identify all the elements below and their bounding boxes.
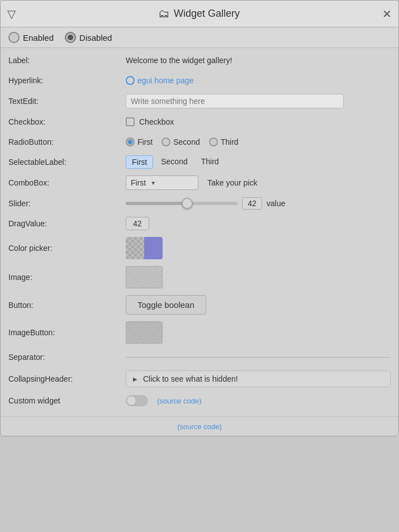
- radio-circle-second: [162, 137, 170, 146]
- selectable-group: First Second Third: [126, 155, 225, 169]
- color-picker-value: [126, 237, 391, 259]
- combobox-hint: Take your pick: [207, 178, 257, 187]
- button-key: Button:: [8, 301, 126, 310]
- separator-row: Separator:: [1, 347, 398, 367]
- custom-toggle-track[interactable]: [126, 395, 148, 406]
- separator-value: [126, 356, 391, 359]
- combobox-key: ComboBox:: [8, 178, 126, 187]
- disabled-label: Disabled: [79, 33, 112, 42]
- selectable-item-first[interactable]: First: [126, 155, 153, 169]
- radio-circle-first: [126, 137, 135, 146]
- toolbar: Enabled Disabled: [1, 27, 398, 48]
- radio-item-third[interactable]: Third: [209, 137, 239, 146]
- combobox-arrow-icon: ▼: [150, 180, 156, 186]
- textedit-value: [126, 94, 391, 108]
- custom-widget-key: Custom widget: [8, 396, 126, 405]
- image-button-row: ImageButton:: [1, 318, 398, 347]
- radiobutton-row: RadioButton: First Second Third: [1, 132, 398, 152]
- image-row: Image:: [1, 263, 398, 292]
- radio-label-second: Second: [173, 137, 200, 146]
- separator-line: [126, 357, 391, 358]
- checkbox-label: Checkbox: [139, 117, 174, 126]
- checkbox-box[interactable]: [126, 117, 135, 126]
- image-button-value: [126, 321, 391, 344]
- image-button-key: ImageButton:: [8, 328, 126, 337]
- custom-toggle-thumb: [126, 396, 136, 406]
- textedit-input[interactable]: [126, 94, 344, 108]
- drag-value-key: DragValue:: [8, 219, 126, 228]
- drag-value-box[interactable]: 42: [126, 217, 149, 230]
- label-value: Welcome to the widget gallery!: [126, 56, 391, 65]
- color-picker-swatch[interactable]: [126, 237, 163, 259]
- slider-row: Slider: 42 value: [1, 193, 398, 213]
- image-placeholder: [126, 266, 163, 288]
- slider-fill: [126, 202, 187, 205]
- combobox-row: ComboBox: First ▼ Take your pick: [1, 172, 398, 193]
- label-row: Label: Welcome to the widget gallery!: [1, 50, 398, 70]
- footer-source-link[interactable]: (source code): [177, 422, 221, 431]
- collapsing-header-label: Click to see what is hidden!: [143, 374, 238, 383]
- selectable-label-value: First Second Third: [126, 155, 391, 169]
- collapsing-header[interactable]: ▶ Click to see what is hidden!: [126, 370, 391, 387]
- checkbox-key: Checkbox:: [8, 117, 126, 126]
- color-picker-key: Color picker:: [8, 244, 126, 253]
- collapsing-header-row: CollapsingHeader: ▶ Click to see what is…: [1, 367, 398, 391]
- window-icon: 🗂: [158, 7, 169, 20]
- footer: (source code): [1, 416, 398, 436]
- button-value: Toggle boolean: [126, 295, 391, 315]
- checkbox-row: Checkbox: Checkbox: [1, 112, 398, 132]
- slider-value-box: 42: [242, 197, 262, 210]
- hyperlink-value: egui home page: [126, 76, 391, 85]
- color-swatch: [144, 237, 163, 259]
- image-key: Image:: [8, 273, 126, 282]
- slider-value: 42 value: [126, 197, 391, 210]
- menu-icon[interactable]: ▽: [7, 7, 16, 21]
- checkbox-value: Checkbox: [126, 117, 391, 126]
- separator-key: Separator:: [8, 353, 126, 362]
- radio-item-second[interactable]: Second: [162, 137, 200, 146]
- radio-dot-first: [128, 140, 132, 144]
- custom-widget-row: Custom widget (source code): [1, 391, 398, 411]
- image-button[interactable]: [126, 321, 163, 344]
- textedit-row: TextEdit:: [1, 91, 398, 112]
- radio-item-first[interactable]: First: [126, 137, 153, 146]
- button-row: Button: Toggle boolean: [1, 292, 398, 318]
- selectable-label-row: SelectableLabel: First Second Third: [1, 152, 398, 172]
- globe-icon: [126, 76, 135, 85]
- radio-circle-third: [209, 137, 218, 146]
- collapsing-header-value: ▶ Click to see what is hidden!: [126, 370, 391, 387]
- slider-track[interactable]: [126, 202, 238, 205]
- titlebar: ▽ 🗂 Widget Gallery ✕: [1, 1, 398, 27]
- slider-key: Slider:: [8, 199, 126, 208]
- window-title: Widget Gallery: [174, 8, 240, 20]
- close-button[interactable]: ✕: [382, 7, 392, 21]
- image-noise: [126, 267, 162, 288]
- collapsing-arrow-icon: ▶: [133, 376, 137, 382]
- main-window: ▽ 🗂 Widget Gallery ✕ Enabled Disabled La…: [0, 0, 399, 436]
- slider-thumb[interactable]: [182, 198, 193, 209]
- textedit-key: TextEdit:: [8, 97, 126, 106]
- radiobutton-key: RadioButton:: [8, 137, 126, 146]
- selectable-item-third[interactable]: Third: [196, 155, 225, 169]
- content-area: Label: Welcome to the widget gallery! Hy…: [1, 48, 398, 416]
- toggle-button[interactable]: Toggle boolean: [126, 295, 206, 315]
- hyperlink-row: Hyperlink: egui home page: [1, 70, 398, 91]
- drag-value-row: DragValue: 42: [1, 213, 398, 234]
- label-text: Welcome to the widget gallery!: [126, 56, 232, 65]
- selectable-item-second[interactable]: Second: [155, 155, 193, 169]
- custom-widget-value: (source code): [126, 395, 391, 406]
- combobox-selected: First: [131, 178, 146, 187]
- radiobutton-group: First Second Third: [126, 137, 391, 146]
- disabled-radio[interactable]: Disabled: [65, 32, 112, 43]
- enabled-radio[interactable]: Enabled: [8, 32, 54, 43]
- hyperlink-text: egui home page: [137, 76, 193, 85]
- custom-widget-source-link[interactable]: (source code): [157, 397, 201, 405]
- color-checker: [126, 237, 144, 259]
- image-value: [126, 266, 391, 288]
- selectable-label-key: SelectableLabel:: [8, 158, 126, 167]
- label-key: Label:: [8, 56, 126, 65]
- slider-container: 42 value: [126, 197, 285, 210]
- collapsing-header-key: CollapsingHeader:: [8, 374, 126, 383]
- combobox-select[interactable]: First ▼: [126, 175, 198, 190]
- hyperlink-link[interactable]: egui home page: [126, 76, 193, 85]
